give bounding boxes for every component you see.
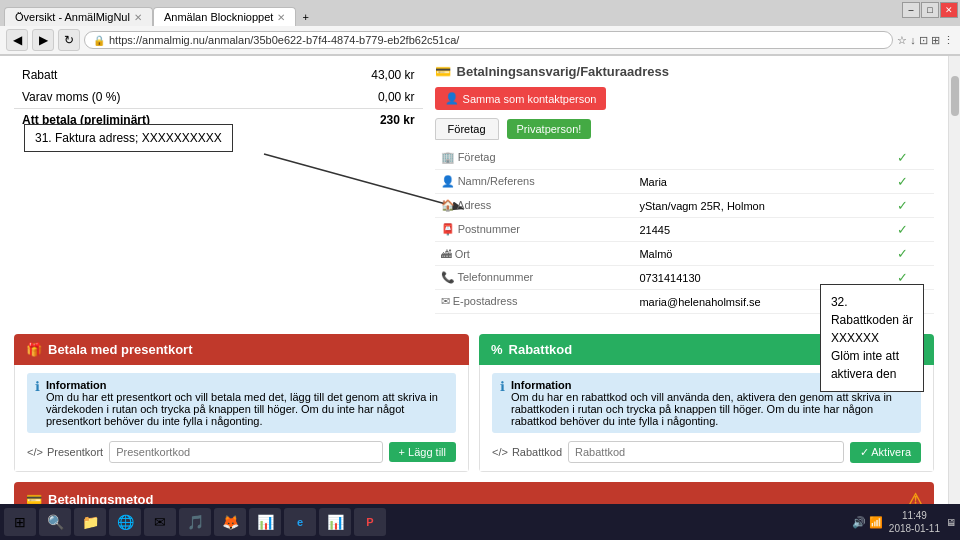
- start-button[interactable]: ⊞: [4, 508, 36, 536]
- receipt-value-moms: 0,00 kr: [239, 86, 423, 109]
- telefon-check: ✓: [897, 270, 908, 285]
- telefon-icon: 📞: [441, 271, 455, 283]
- tab-foretag[interactable]: Företag: [435, 118, 499, 140]
- email-label: ✉ E-postadress: [435, 290, 634, 314]
- adress-value: yStan/vagm 25R, Holmon: [633, 194, 890, 218]
- new-tab-button[interactable]: +: [296, 8, 320, 26]
- adress-label: 🏠 Adress: [435, 194, 634, 218]
- gift-card-panel: 🎁 Betala med presentkort ℹ Information O…: [14, 334, 469, 472]
- ort-label: 🏙 Ort: [435, 242, 634, 266]
- receipt-value-total: 230 kr: [239, 109, 423, 132]
- gift-card-add-button[interactable]: + Lägg till: [389, 442, 456, 462]
- payment-method-title: Betalningsmetod: [48, 492, 153, 504]
- url-text: https://anmalmig.nu/anmalan/35b0e622-b7f…: [109, 34, 459, 46]
- discount-activate-button[interactable]: ✓ Aktivera: [850, 442, 921, 463]
- payment-method-section: 💳 Betalningsmetod ⚠: [14, 482, 934, 504]
- tab-anmalan[interactable]: Anmälan Blocknioppet ✕: [153, 7, 296, 26]
- discount-input[interactable]: [568, 441, 844, 463]
- reload-button[interactable]: ↻: [58, 29, 80, 51]
- taskbar-icons: 🔊 📶: [852, 516, 883, 529]
- billing-field-namn: 👤 Namn/Referens Maria ✓: [435, 170, 934, 194]
- powerpoint-taskbar-button[interactable]: P: [354, 508, 386, 536]
- address-bar-row: ◀ ▶ ↻ 🔒 https://anmalmig.nu/anmalan/35b0…: [0, 26, 960, 55]
- gift-card-label: </> Presentkort: [27, 446, 103, 458]
- taskbar-right: 🔊 📶 11:49 2018-01-11 🖥: [852, 509, 956, 535]
- payment-method-icon: 💳: [26, 492, 42, 504]
- payment-method-header: 💳 Betalningsmetod ⚠: [14, 482, 934, 504]
- gift-card-input[interactable]: [109, 441, 382, 463]
- minimize-button[interactable]: –: [902, 2, 920, 18]
- billing-field-postnr: 📮 Postnummer 21445 ✓: [435, 218, 934, 242]
- close-button[interactable]: ✕: [940, 2, 958, 18]
- postnr-icon: 📮: [441, 223, 455, 235]
- billing-field-foretag: 🏢 Företag ✓: [435, 146, 934, 170]
- firefox-taskbar-button[interactable]: 🦊: [214, 508, 246, 536]
- page-content: Rabatt 43,00 kr Varav moms (0 %) 0,00 kr…: [0, 56, 960, 504]
- lock-icon: 🔒: [93, 35, 105, 46]
- bottom-panels: 🎁 Betala med presentkort ℹ Information O…: [14, 334, 934, 472]
- postnr-value: 21445: [633, 218, 890, 242]
- browser-taskbar-button[interactable]: 🌐: [109, 508, 141, 536]
- discount-icon: %: [491, 342, 503, 357]
- info-icon-discount: ℹ: [500, 379, 505, 427]
- discount-info-title: Information: [511, 379, 572, 391]
- namn-icon: 👤: [441, 175, 455, 187]
- gift-card-icon: 🎁: [26, 342, 42, 357]
- tooltip-line5: aktivera den: [831, 365, 913, 383]
- gift-card-info: ℹ Information Om du har ett presentkort …: [27, 373, 456, 433]
- same-person-button[interactable]: 👤 Samma som kontaktperson: [435, 87, 607, 110]
- private-button[interactable]: Privatperson!: [507, 119, 592, 139]
- taskbar-clock: 11:49 2018-01-11: [889, 509, 940, 535]
- forward-button[interactable]: ▶: [32, 29, 54, 51]
- billing-field-adress: 🏠 Adress yStan/vagm 25R, Holmon ✓: [435, 194, 934, 218]
- excel-taskbar-button[interactable]: 📊: [249, 508, 281, 536]
- maximize-button[interactable]: □: [921, 2, 939, 18]
- scrollbar[interactable]: [948, 56, 960, 504]
- gift-card-title: Betala med presentkort: [48, 342, 193, 357]
- receipt-label-moms: Varav moms (0 %): [14, 86, 239, 109]
- telefon-label: 📞 Telefonnummer: [435, 266, 634, 290]
- music-taskbar-button[interactable]: 🎵: [179, 508, 211, 536]
- tab-close-overview[interactable]: ✕: [134, 12, 142, 23]
- tooltip-line1: 32.: [831, 293, 913, 311]
- scroll-thumb[interactable]: [951, 76, 959, 116]
- tooltip-line4: Glöm inte att: [831, 347, 913, 365]
- namn-check: ✓: [897, 174, 908, 189]
- browser-icons: ☆ ↓ ⊡ ⊞ ⋮: [897, 34, 954, 47]
- discount-label-text: Rabattkod: [512, 446, 562, 458]
- file-explorer-button[interactable]: 📁: [74, 508, 106, 536]
- browser-chrome: Översikt - AnmälMigNul ✕ Anmälan Blockni…: [0, 0, 960, 56]
- receipt-label-rabatt: Rabatt: [14, 64, 239, 86]
- foretag-check: ✓: [897, 150, 908, 165]
- email-taskbar-button[interactable]: ✉: [144, 508, 176, 536]
- gift-card-body: ℹ Information Om du har ett presentkort …: [14, 365, 469, 472]
- billing-field-ort: 🏙 Ort Malmö ✓: [435, 242, 934, 266]
- tab-overview[interactable]: Översikt - AnmälMigNul ✕: [4, 7, 153, 26]
- receipt-value-rabatt: 43,00 kr: [239, 64, 423, 86]
- gift-card-label-text: Presentkort: [47, 446, 103, 458]
- gift-card-info-text: Om du har ett presentkort och vill betal…: [46, 391, 438, 427]
- tooltip-32: 32. Rabattkoden är XXXXXX Glöm inte att …: [820, 284, 924, 392]
- tab-anmalan-label: Anmälan Blocknioppet: [164, 11, 273, 23]
- discount-label-icon: </>: [492, 446, 508, 458]
- right-column: 💳 Betalningsansvarig/Fakturaadress 👤 Sam…: [435, 64, 934, 324]
- ort-value: Malmö: [633, 242, 890, 266]
- tab-overview-label: Översikt - AnmälMigNul: [15, 11, 130, 23]
- excel2-taskbar-button[interactable]: 📊: [319, 508, 351, 536]
- annotation-31: 31. Faktura adress; XXXXXXXXXX: [24, 124, 233, 152]
- taskbar-date: 2018-01-11: [889, 522, 940, 535]
- ie-taskbar-button[interactable]: e: [284, 508, 316, 536]
- billing-field-foretag-value: [633, 146, 890, 170]
- search-taskbar-button[interactable]: 🔍: [39, 508, 71, 536]
- ort-check: ✓: [897, 246, 908, 261]
- taskbar-time: 11:49: [889, 509, 940, 522]
- billing-header: 💳 Betalningsansvarig/Fakturaadress: [435, 64, 934, 79]
- tab-close-anmalan[interactable]: ✕: [277, 12, 285, 23]
- billing-header-text: Betalningsansvarig/Fakturaadress: [457, 64, 669, 79]
- main-area: Rabatt 43,00 kr Varav moms (0 %) 0,00 kr…: [0, 56, 948, 504]
- billing-icon: 💳: [435, 64, 451, 79]
- adress-check: ✓: [897, 198, 908, 213]
- notification-area: 🖥: [946, 517, 956, 528]
- address-bar[interactable]: 🔒 https://anmalmig.nu/anmalan/35b0e622-b…: [84, 31, 893, 49]
- back-button[interactable]: ◀: [6, 29, 28, 51]
